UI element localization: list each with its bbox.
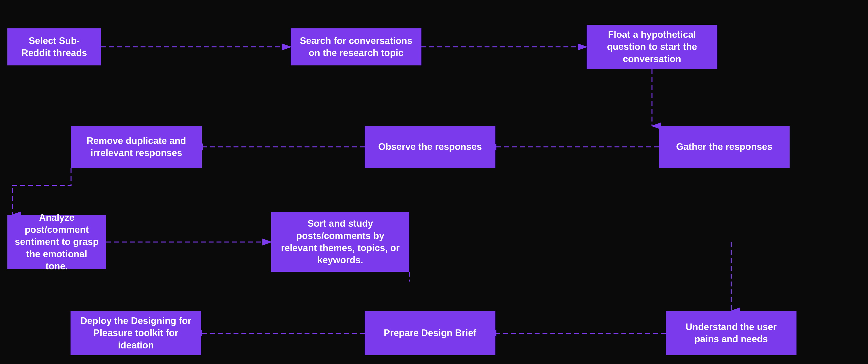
flowchart: Select Sub-Reddit threads Search for con… — [0, 0, 868, 364]
node-float-hypothetical: Float a hypothetical question to start t… — [587, 25, 717, 69]
node-remove-duplicate: Remove duplicate and irrelevant response… — [71, 126, 202, 168]
node-understand-pains: Understand the user pains and needs — [666, 311, 797, 355]
node-deploy-toolkit: Deploy the Designing for Pleasure toolki… — [70, 311, 201, 355]
node-select-subreddit: Select Sub-Reddit threads — [7, 28, 101, 65]
arrows-overlay — [0, 0, 868, 364]
node-prepare-brief: Prepare Design Brief — [365, 311, 495, 355]
node-observe-responses: Observe the responses — [365, 126, 495, 168]
node-analyze-sentiment: Analyze post/comment sentiment to grasp … — [7, 215, 106, 269]
node-gather-responses: Gather the responses — [659, 126, 789, 168]
node-search-conversations: Search for conversations on the research… — [291, 28, 422, 65]
node-sort-study: Sort and study posts/comments by relevan… — [271, 213, 409, 272]
